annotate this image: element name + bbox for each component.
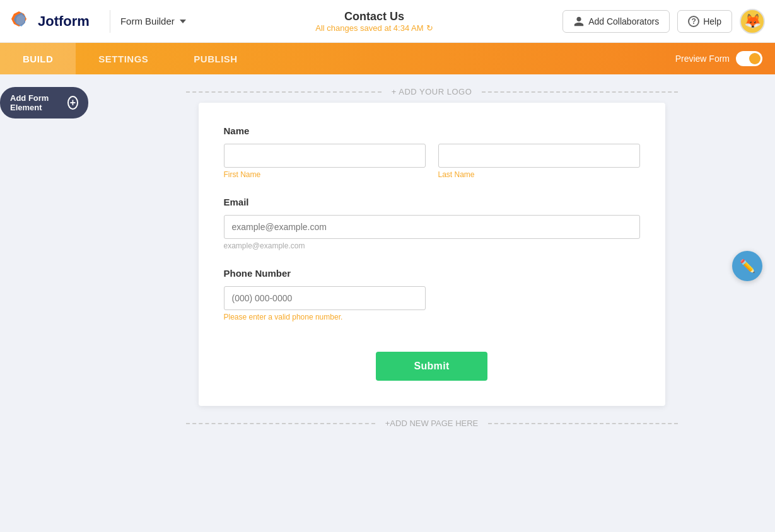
first-name-input[interactable] xyxy=(224,144,426,168)
logo-text: Jotform xyxy=(38,13,90,30)
phone-label: Phone Number xyxy=(224,268,640,279)
add-page-bar[interactable]: +ADD NEW PAGE HERE xyxy=(186,406,678,434)
email-placeholder-hint: example@example.com xyxy=(224,241,640,250)
pencil-icon: ✏️ xyxy=(740,258,755,274)
tab-build[interactable]: BUILD xyxy=(0,43,76,74)
form-builder-button[interactable]: Form Builder xyxy=(120,16,186,26)
header: Jotform Form Builder Contact Us All chan… xyxy=(0,0,775,43)
add-icon: + xyxy=(67,96,78,110)
name-label: Name xyxy=(224,125,640,136)
add-page-text: +ADD NEW PAGE HERE xyxy=(375,419,488,428)
preview-form-label: Preview Form xyxy=(675,54,730,64)
last-name-label: Last Name xyxy=(438,170,640,179)
dashed-line-page-left xyxy=(186,423,375,424)
header-right: Add Collaborators ? Help 🦊 xyxy=(562,9,765,34)
avatar[interactable]: 🦊 xyxy=(740,9,765,34)
tabs-right: Preview Form xyxy=(675,51,775,66)
canvas: + ADD YOUR LOGO Name First Name Last Nam… xyxy=(88,74,775,532)
right-fab-button[interactable]: ✏️ xyxy=(732,251,762,281)
first-name-label: First Name xyxy=(224,170,426,179)
last-name-input[interactable] xyxy=(438,144,640,168)
add-logo-bar[interactable]: + ADD YOUR LOGO xyxy=(186,74,678,103)
submit-button[interactable]: Submit xyxy=(376,352,487,381)
add-form-element-label: Add Form Element xyxy=(10,93,62,112)
dashed-line-left xyxy=(186,91,382,93)
question-icon: ? xyxy=(688,16,699,27)
add-collaborators-button[interactable]: Add Collaborators xyxy=(562,10,670,33)
last-name-field: Last Name xyxy=(438,144,640,179)
name-row: First Name Last Name xyxy=(224,144,640,179)
saved-status: All changes saved at 4:34 AM ↻ xyxy=(315,23,433,33)
phone-error: Please enter a valid phone number. xyxy=(224,313,640,321)
help-label: Help xyxy=(703,16,721,26)
logo-area: Jotform xyxy=(10,10,90,33)
phone-section: Phone Number Please enter a valid phone … xyxy=(224,268,640,321)
person-icon xyxy=(573,16,585,27)
tab-publish[interactable]: PUBLISH xyxy=(171,43,260,74)
form-card: Name First Name Last Name Email example@… xyxy=(199,103,665,406)
refresh-icon: ↻ xyxy=(426,23,433,33)
email-section: Email example@example.com xyxy=(224,197,640,250)
add-logo-text: + ADD YOUR LOGO xyxy=(382,87,482,96)
dashed-line-right xyxy=(482,91,677,93)
tabs-bar: BUILD SETTINGS PUBLISH Preview Form xyxy=(0,43,775,74)
add-form-element-button[interactable]: Add Form Element + xyxy=(0,87,88,119)
avatar-emoji: 🦊 xyxy=(744,13,761,30)
first-name-field: First Name xyxy=(224,144,426,179)
preview-toggle[interactable] xyxy=(736,51,762,66)
chevron-down-icon xyxy=(180,20,186,23)
jotform-logo-icon xyxy=(10,10,33,33)
help-button[interactable]: ? Help xyxy=(677,10,732,33)
form-title: Contact Us xyxy=(344,10,404,23)
email-label: Email xyxy=(224,197,640,207)
left-sidebar: Add Form Element + xyxy=(0,74,88,532)
header-divider xyxy=(110,10,110,33)
tab-settings[interactable]: SETTINGS xyxy=(76,43,171,74)
phone-input[interactable] xyxy=(224,286,426,310)
main-content: Add Form Element + + ADD YOUR LOGO Name … xyxy=(0,74,775,532)
toggle-thumb xyxy=(749,53,760,64)
email-input[interactable] xyxy=(224,215,640,239)
header-center: Contact Us All changes saved at 4:34 AM … xyxy=(186,10,562,33)
dashed-line-page-right xyxy=(488,423,677,424)
add-collaborators-label: Add Collaborators xyxy=(588,16,659,26)
saved-status-text: All changes saved at 4:34 AM xyxy=(315,23,423,33)
name-section: Name First Name Last Name xyxy=(224,125,640,179)
form-builder-label: Form Builder xyxy=(120,16,175,26)
submit-area: Submit xyxy=(224,339,640,381)
